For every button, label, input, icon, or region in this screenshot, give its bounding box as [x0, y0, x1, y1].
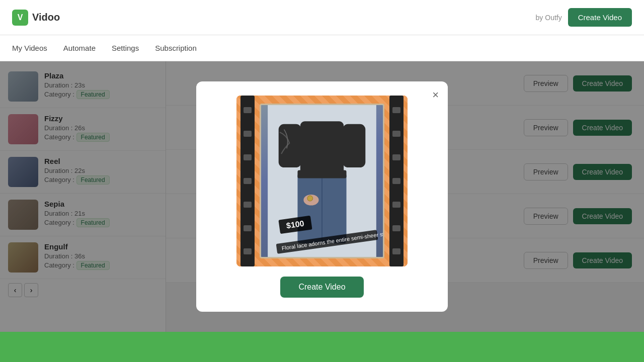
film-hole	[244, 202, 252, 208]
nav-automate[interactable]: Automate	[63, 44, 96, 52]
logo-text: Vidoo	[32, 12, 60, 23]
modal-dialog: ×	[196, 81, 448, 312]
svg-rect-2	[279, 124, 301, 167]
film-hole	[392, 178, 400, 184]
film-hole	[392, 131, 400, 137]
preview-frame: $100 Floral lace adorns the entire semi-…	[236, 96, 408, 266]
film-strip-left	[240, 96, 255, 266]
nav-my-videos[interactable]: My Videos	[12, 44, 47, 52]
svg-rect-3	[343, 124, 365, 167]
film-hole	[392, 202, 400, 208]
main-area: Plaza Duration : 23s Category : Featured…	[0, 61, 644, 332]
film-hole	[244, 248, 252, 254]
film-hole	[392, 248, 400, 254]
header-create-video-button[interactable]: Create Video	[568, 8, 632, 27]
modal-close-button[interactable]: ×	[432, 88, 439, 102]
svg-rect-1	[300, 121, 344, 175]
logo-icon: V	[12, 10, 28, 26]
navbar: My Videos Automate Settings Subscription	[0, 35, 644, 61]
navbar-links: My Videos Automate Settings Subscription	[12, 44, 197, 52]
film-hole	[244, 131, 252, 137]
film-hole	[392, 225, 400, 231]
film-hole	[392, 154, 400, 160]
film-hole	[392, 107, 400, 113]
film-hole	[244, 178, 252, 184]
nav-settings[interactable]: Settings	[112, 44, 139, 52]
film-hole	[244, 154, 252, 160]
by-outfy-text: by Outfy	[536, 14, 562, 22]
film-strip-right	[389, 96, 404, 266]
film-hole	[244, 107, 252, 113]
film-hole	[244, 225, 252, 231]
svg-rect-6	[297, 170, 346, 178]
modal-overlay: ×	[0, 61, 644, 332]
header-right: by Outfy Create Video	[536, 8, 632, 27]
logo-area: V Vidoo	[12, 10, 60, 26]
center-image: $100 Floral lace adorns the entire semi-…	[260, 104, 384, 258]
header: V Vidoo by Outfy Create Video	[0, 0, 644, 35]
nav-subscription[interactable]: Subscription	[155, 44, 197, 52]
modal-create-video-button[interactable]: Create Video	[280, 277, 363, 298]
svg-point-8	[307, 196, 313, 201]
